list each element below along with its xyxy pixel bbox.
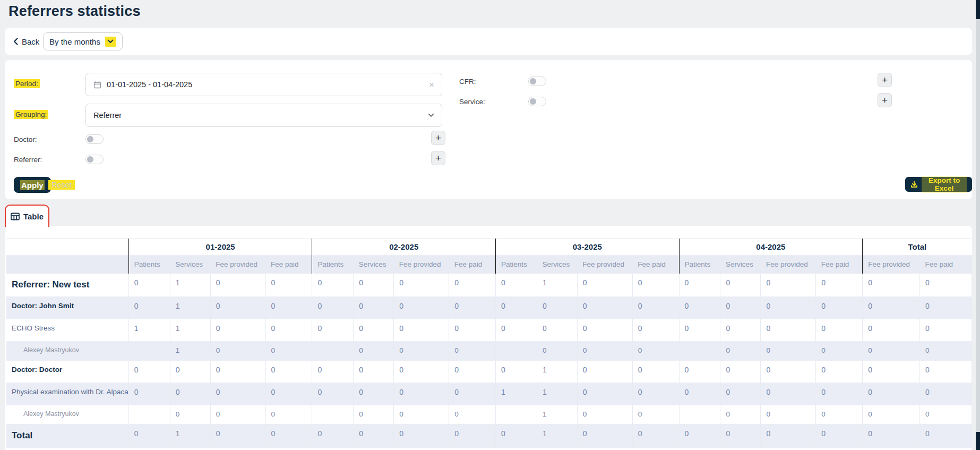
value-cell: 0 xyxy=(863,319,920,342)
value-cell: 0 xyxy=(537,319,577,342)
value-cell: 1 xyxy=(170,424,210,448)
value-cell: 0 xyxy=(449,424,496,448)
scrollbar-thumb-bottom[interactable] xyxy=(976,432,980,450)
period-range-field[interactable]: × xyxy=(85,73,442,96)
scrollbar-thumb[interactable] xyxy=(976,0,980,19)
value-cell: 0 xyxy=(761,342,816,361)
page-title: Referrers statistics xyxy=(8,3,141,20)
value-cell: 0 xyxy=(720,297,761,319)
value-cell: 0 xyxy=(816,342,863,361)
value-cell xyxy=(679,342,720,361)
toggle-knob xyxy=(87,156,93,163)
toggle-knob xyxy=(530,78,536,84)
value-cell: 0 xyxy=(720,383,761,405)
value-cell: 0 xyxy=(632,383,679,405)
value-cell: 0 xyxy=(761,319,816,342)
column-header: Fee provided xyxy=(761,256,816,274)
add-service-button[interactable]: + xyxy=(878,93,892,107)
chevron-left-icon xyxy=(13,38,18,45)
value-cell: 0 xyxy=(761,424,816,448)
reset-button[interactable]: Reset xyxy=(48,180,75,190)
value-cell: 0 xyxy=(449,383,496,405)
value-cell: 0 xyxy=(170,383,210,405)
scrollbar-track xyxy=(976,0,980,450)
value-cell: 0 xyxy=(920,405,972,424)
value-cell: 0 xyxy=(537,342,577,361)
value-cell: 0 xyxy=(863,342,920,361)
value-cell xyxy=(312,342,354,361)
value-cell: 0 xyxy=(537,297,577,319)
value-cell: 0 xyxy=(920,274,972,297)
month-group-header: 03-2025 xyxy=(496,239,680,256)
value-cell: 0 xyxy=(816,405,863,424)
value-cell: 0 xyxy=(577,361,632,383)
view-mode-label: By the months xyxy=(49,37,100,46)
tab-table[interactable]: Table xyxy=(5,205,49,227)
value-cell: 0 xyxy=(577,274,632,297)
value-cell: 0 xyxy=(449,319,496,342)
value-cell: 0 xyxy=(210,297,265,319)
row-label: Physical examination with Dr. Alpaca xyxy=(6,383,128,405)
value-cell: 0 xyxy=(816,297,863,319)
value-cell: 0 xyxy=(394,274,449,297)
chevron-down-icon xyxy=(105,37,116,47)
value-cell: 0 xyxy=(679,274,720,297)
value-cell xyxy=(496,342,537,361)
export-to-excel-button[interactable]: Export to Excel xyxy=(905,177,972,192)
value-cell: 0 xyxy=(265,342,312,361)
add-referrer-button[interactable]: + xyxy=(431,151,445,165)
value-cell: 0 xyxy=(720,274,761,297)
column-header: Services xyxy=(170,256,210,274)
back-button[interactable]: Back xyxy=(13,28,39,55)
statistics-table-card: 01-202502-202503-202504-2025TotalPatient… xyxy=(5,226,972,450)
referrer-label: Referrer: xyxy=(14,156,42,164)
doctor-toggle[interactable] xyxy=(85,134,104,144)
row-label: Alexey Mastryukov xyxy=(6,342,128,361)
month-group-header: 02-2025 xyxy=(312,239,496,256)
value-cell: 0 xyxy=(210,342,265,361)
grouping-select[interactable]: Referrer xyxy=(85,104,442,127)
statistics-table: 01-202502-202503-202504-2025TotalPatient… xyxy=(6,238,972,448)
value-cell: 0 xyxy=(577,319,632,342)
column-header: Patients xyxy=(312,256,354,274)
add-doctor-button[interactable]: + xyxy=(431,131,445,145)
cfr-toggle[interactable] xyxy=(528,77,546,86)
column-header: Services xyxy=(354,256,394,274)
value-cell: 0 xyxy=(128,424,170,448)
service-toggle[interactable] xyxy=(528,97,546,106)
value-cell: 0 xyxy=(496,424,537,448)
value-cell: 0 xyxy=(210,274,265,297)
value-cell: 0 xyxy=(394,361,449,383)
value-cell: 0 xyxy=(354,405,394,424)
value-cell: 0 xyxy=(394,383,449,405)
add-cfr-button[interactable]: + xyxy=(878,73,892,87)
value-cell xyxy=(128,342,170,361)
value-cell: 0 xyxy=(816,274,863,297)
view-mode-dropdown[interactable]: By the months xyxy=(43,32,123,50)
value-cell: 0 xyxy=(354,297,394,319)
apply-button[interactable]: Apply xyxy=(14,177,51,193)
export-label: Export to Excel xyxy=(922,176,967,193)
referrer-toggle[interactable] xyxy=(85,155,104,164)
value-cell: 0 xyxy=(354,342,394,361)
value-cell: 0 xyxy=(128,297,170,319)
value-cell: 0 xyxy=(577,297,632,319)
value-cell: 0 xyxy=(170,405,210,424)
value-cell: 0 xyxy=(920,319,972,342)
value-cell: 1 xyxy=(537,424,577,448)
value-cell: 1 xyxy=(128,319,170,342)
value-cell: 1 xyxy=(170,319,210,342)
row-label: Referrer: New test xyxy=(6,274,128,297)
calendar-icon xyxy=(93,81,101,89)
table-row: Total010000000100000000 xyxy=(6,424,972,448)
value-cell: 0 xyxy=(128,383,170,405)
value-cell: 0 xyxy=(632,319,679,342)
value-cell: 0 xyxy=(679,383,720,405)
column-header: Fee paid xyxy=(265,256,312,274)
clear-icon[interactable]: × xyxy=(429,80,434,89)
grouping-label: Grouping: xyxy=(14,110,48,119)
period-input[interactable] xyxy=(107,80,424,89)
download-icon xyxy=(910,181,918,188)
value-cell: 1 xyxy=(537,361,577,383)
value-cell: 0 xyxy=(816,361,863,383)
